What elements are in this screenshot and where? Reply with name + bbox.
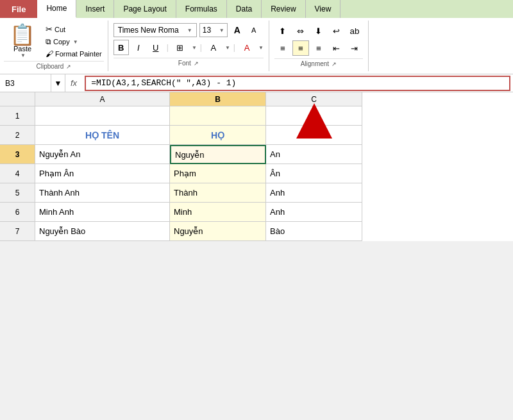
cell-a2[interactable]: HỌ TÊN bbox=[35, 126, 170, 145]
border-button[interactable]: ⊞ bbox=[172, 40, 189, 55]
scissors-icon: ✂ bbox=[46, 24, 53, 34]
cell-b1[interactable] bbox=[170, 106, 266, 126]
row-header-2[interactable]: 2 bbox=[0, 126, 35, 145]
row-header-3[interactable]: 3 bbox=[0, 145, 35, 164]
font-size-value: 13 bbox=[203, 26, 211, 35]
row-headers: 1 2 3 4 5 6 7 bbox=[0, 106, 35, 241]
row-header-5[interactable]: 5 bbox=[0, 183, 35, 203]
row-3: Nguyễn An Nguyễn An bbox=[35, 145, 362, 164]
paste-icon: 📋 bbox=[10, 24, 35, 45]
wrap-text-button[interactable]: ↩ bbox=[328, 23, 345, 38]
align-left-button[interactable]: ≡ bbox=[274, 40, 291, 56]
cell-c4[interactable]: Ân bbox=[266, 164, 362, 183]
tab-insert[interactable]: Insert bbox=[76, 0, 114, 18]
format-painter-button[interactable]: 🖌 Format Painter bbox=[44, 49, 104, 59]
clipboard-expand-icon[interactable]: ↗ bbox=[66, 63, 71, 70]
align-right-button[interactable]: ≡ bbox=[310, 40, 327, 56]
cell-c7[interactable]: Bào bbox=[266, 222, 362, 241]
fill-color-arrow[interactable]: ▼ bbox=[225, 45, 230, 51]
tab-file[interactable]: File bbox=[0, 0, 37, 18]
corner-cell bbox=[0, 92, 35, 106]
font-size-select[interactable]: 13 ▼ bbox=[199, 23, 228, 37]
cell-a4[interactable]: Phạm Ân bbox=[35, 164, 170, 183]
paste-button[interactable]: 📋 Paste ▼ bbox=[4, 22, 41, 60]
tab-formulas[interactable]: Formulas bbox=[176, 0, 227, 18]
col-header-b[interactable]: B bbox=[170, 92, 266, 106]
copy-button[interactable]: ⧉ Copy ▼ bbox=[44, 37, 104, 47]
border-dropdown-arrow[interactable]: ▼ bbox=[192, 45, 197, 51]
copy-icon: ⧉ bbox=[46, 37, 51, 46]
cell-c1[interactable] bbox=[266, 106, 362, 126]
increase-indent-button[interactable]: ⇥ bbox=[346, 40, 363, 56]
align-top-button[interactable]: ⬆ bbox=[274, 23, 291, 38]
tab-review[interactable]: Review bbox=[262, 0, 305, 18]
row-1 bbox=[35, 106, 362, 126]
cell-a1[interactable] bbox=[35, 106, 170, 126]
align-middle-button[interactable]: ⇔ bbox=[292, 23, 309, 38]
cell-c3[interactable]: An bbox=[266, 145, 362, 164]
font-grow-button[interactable]: A bbox=[230, 23, 244, 37]
row-5: Thành Anh Thành Anh bbox=[35, 183, 362, 203]
row-4: Phạm Ân Phạm Ân bbox=[35, 164, 362, 183]
underline-button[interactable]: U bbox=[148, 40, 164, 55]
cell-a7[interactable]: Nguyễn Bào bbox=[35, 222, 170, 241]
cell-b4[interactable]: Phạm bbox=[170, 164, 266, 183]
cell-b6[interactable]: Minh bbox=[170, 203, 266, 222]
font-group: Times New Roma ▼ 13 ▼ A A B I U | ⊞ ▼ | … bbox=[108, 21, 269, 71]
cell-reference: B3 bbox=[0, 74, 51, 92]
cell-ref-dropdown[interactable]: ▼ bbox=[51, 74, 65, 92]
format-painter-label: Format Painter bbox=[55, 50, 102, 58]
cell-a5[interactable]: Thành Anh bbox=[35, 183, 170, 203]
cell-c6[interactable]: Anh bbox=[266, 203, 362, 222]
bold-button[interactable]: B bbox=[114, 40, 129, 55]
font-name-select[interactable]: Times New Roma ▼ bbox=[114, 23, 197, 37]
row-7: Nguyễn Bào Nguyễn Bào bbox=[35, 222, 362, 241]
copy-label: Copy bbox=[53, 38, 70, 46]
fill-color-button[interactable]: A bbox=[205, 40, 222, 55]
fx-label: fx bbox=[65, 78, 82, 88]
formula-bar: B3 ▼ fx =MID(A3,1,SEARCH(" ",A3) - 1) bbox=[0, 74, 513, 92]
copy-dropdown-arrow: ▼ bbox=[73, 39, 78, 45]
cut-label: Cut bbox=[55, 26, 65, 33]
tab-data[interactable]: Data bbox=[227, 0, 262, 18]
row-header-6[interactable]: 6 bbox=[0, 203, 35, 222]
cell-b3-active[interactable]: Nguyễn bbox=[170, 145, 266, 164]
font-color-button[interactable]: A bbox=[239, 40, 255, 55]
row-header-1[interactable]: 1 bbox=[0, 106, 35, 126]
row-header-7[interactable]: 7 bbox=[0, 222, 35, 241]
formula-input[interactable]: =MID(A3,1,SEARCH(" ",A3) - 1) bbox=[85, 76, 510, 91]
cell-a6[interactable]: Minh Anh bbox=[35, 203, 170, 222]
clipboard-section-label: Clipboard ↗ bbox=[4, 61, 104, 70]
alignment-expand-icon[interactable]: ↗ bbox=[332, 61, 337, 67]
column-headers: A B C bbox=[0, 92, 513, 106]
spreadsheet: A B C 1 2 3 4 5 6 7 bbox=[0, 92, 513, 241]
col-header-a[interactable]: A bbox=[35, 92, 170, 106]
cell-c5[interactable]: Anh bbox=[266, 183, 362, 203]
spreadsheet-body: 1 2 3 4 5 6 7 HỌ TÊN HỌ TÊN bbox=[0, 106, 513, 241]
italic-button[interactable]: I bbox=[131, 40, 146, 55]
align-bottom-button[interactable]: ⬇ bbox=[310, 23, 327, 38]
cell-b5[interactable]: Thành bbox=[170, 183, 266, 203]
font-shrink-button[interactable]: A bbox=[247, 23, 261, 37]
cut-button[interactable]: ✂ Cut bbox=[44, 24, 104, 35]
tab-home[interactable]: Home bbox=[37, 0, 76, 18]
orientation-button[interactable]: ab bbox=[346, 23, 363, 38]
font-section-label: Font ↗ bbox=[114, 58, 264, 67]
paste-dropdown-arrow: ▼ bbox=[21, 53, 26, 58]
alignment-group: ⬆ ⇔ ⬇ ↩ ab ≡ ≡ ≡ ⇤ ⇥ Alignment ↗ bbox=[269, 21, 369, 71]
cell-b2[interactable]: HỌ bbox=[170, 126, 266, 145]
font-color-arrow[interactable]: ▼ bbox=[258, 45, 264, 51]
cell-a3[interactable]: Nguyễn An bbox=[35, 145, 170, 164]
tab-page-layout[interactable]: Page Layout bbox=[114, 0, 176, 18]
align-center-button[interactable]: ≡ bbox=[292, 40, 309, 56]
font-expand-icon[interactable]: ↗ bbox=[194, 60, 199, 67]
font-name-arrow: ▼ bbox=[187, 28, 192, 33]
red-arrow-icon bbox=[296, 103, 332, 139]
paintbrush-icon: 🖌 bbox=[46, 49, 53, 58]
clipboard-group: 📋 Paste ▼ ✂ Cut ⧉ Copy ▼ 🖌 Format Painte… bbox=[0, 21, 108, 71]
tab-view[interactable]: View bbox=[306, 0, 341, 18]
decrease-indent-button[interactable]: ⇤ bbox=[328, 40, 345, 56]
grid: HỌ TÊN HỌ TÊN Nguyễn An Nguyễn An Phạm Â… bbox=[35, 106, 362, 241]
row-header-4[interactable]: 4 bbox=[0, 164, 35, 183]
cell-b7[interactable]: Nguyễn bbox=[170, 222, 266, 241]
